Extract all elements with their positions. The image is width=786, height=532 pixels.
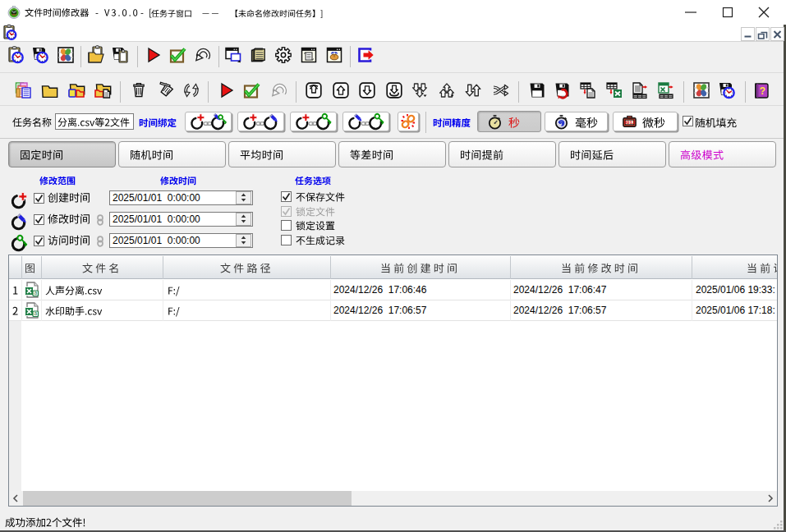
svg-text:a: a [34,310,37,316]
svg-text:a: a [34,290,37,296]
svg-text:0012: 0012 [624,120,636,126]
svg-text:?: ? [760,85,765,97]
